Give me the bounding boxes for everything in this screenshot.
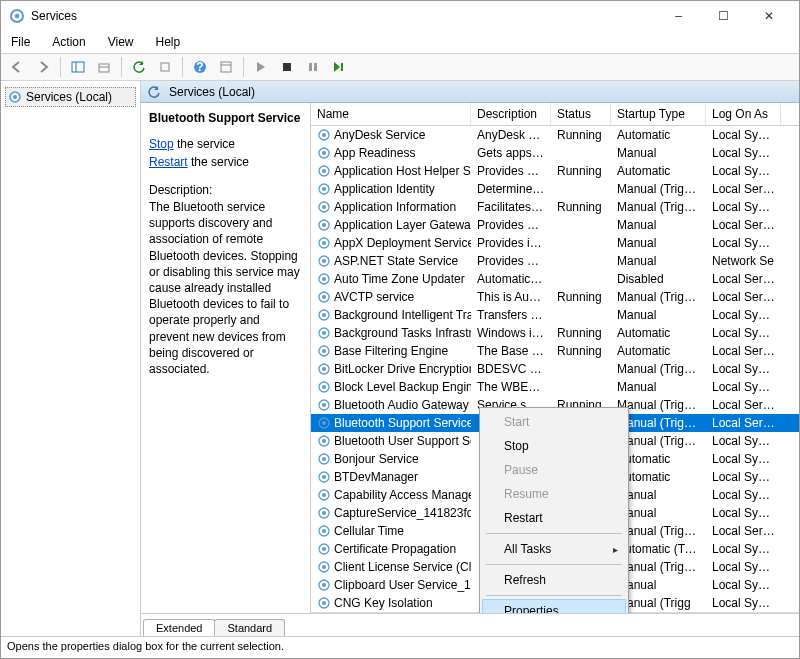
table-row[interactable]: Block Level Backup Engine S…The WBENGI…M… [311,378,799,396]
ctx-properties[interactable]: Properties [482,599,626,613]
svc-logon: Network Se [706,253,781,269]
svg-point-32 [322,259,326,263]
ctx-restart[interactable]: Restart [482,506,626,530]
properties-button[interactable] [214,55,238,79]
svg-point-38 [322,313,326,317]
svc-logon: Local Syster [706,163,781,179]
svc-name: Bluetooth User Support Serv [334,434,471,448]
svc-desc: Facilitates th… [471,199,551,215]
back-button[interactable] [5,55,29,79]
col-logon[interactable]: Log On As [706,103,781,125]
svc-name: Application Host Helper Serv… [334,164,471,178]
restart-service-button[interactable] [327,55,351,79]
table-row[interactable]: Background Intelligent Tran…Transfers fi… [311,306,799,324]
help-button[interactable]: ? [188,55,212,79]
svc-desc: Provides infr… [471,235,551,251]
restart-link[interactable]: Restart [149,155,188,169]
start-service-button[interactable] [249,55,273,79]
svc-desc: Provides sup… [471,253,551,269]
table-row[interactable]: Application Host Helper Serv…Provides ad… [311,162,799,180]
table-row[interactable]: Application IdentityDetermines …Manual (… [311,180,799,198]
refresh-button[interactable] [127,55,151,79]
svc-status [551,260,611,262]
table-row[interactable]: ASP.NET State ServiceProvides sup…Manual… [311,252,799,270]
svc-status [551,368,611,370]
title-bar: Services – ☐ ✕ [1,1,799,31]
refresh-icon[interactable] [147,85,161,99]
ctx-stop[interactable]: Stop [482,434,626,458]
stop-service-button[interactable] [275,55,299,79]
ctx-pause[interactable]: Pause [482,458,626,482]
maximize-button[interactable]: ☐ [701,2,746,30]
svg-rect-6 [161,63,169,71]
right-pane-header: Services (Local) [141,81,799,103]
svc-startup: Manual [611,145,706,161]
table-row[interactable]: App ReadinessGets apps re…ManualLocal Sy… [311,144,799,162]
svc-logon: Local Servic [706,343,781,359]
menu-help[interactable]: Help [152,33,185,51]
svg-point-52 [322,439,326,443]
svg-point-24 [322,187,326,191]
stop-link[interactable]: Stop [149,137,174,151]
svc-status [551,386,611,388]
table-row[interactable]: Application Layer Gateway S…Provides sup… [311,216,799,234]
toolbar: ? [1,53,799,81]
svc-logon: Local Syster [706,541,781,557]
svc-desc: BDESVC hos… [471,361,551,377]
export-list-button[interactable] [92,55,116,79]
svc-name: Application Identity [334,182,435,196]
svg-point-20 [322,151,326,155]
col-name[interactable]: Name [311,103,471,125]
svc-name: ASP.NET State Service [334,254,458,268]
ctx-all-tasks[interactable]: All Tasks [482,537,626,561]
svc-name: Capability Access Manager S [334,488,471,502]
ctx-start[interactable]: Start [482,410,626,434]
pause-service-button[interactable] [301,55,325,79]
right-pane: Services (Local) Bluetooth Support Servi… [141,81,799,636]
svc-status [551,224,611,226]
ctx-refresh[interactable]: Refresh [482,568,626,592]
tree-item-services-local[interactable]: Services (Local) [5,87,136,107]
svg-point-40 [322,331,326,335]
svg-text:?: ? [196,60,203,74]
ctx-resume[interactable]: Resume [482,482,626,506]
svc-logon: Local Syster [706,505,781,521]
table-row[interactable]: Application InformationFacilitates th…Ru… [311,198,799,216]
forward-button[interactable] [31,55,55,79]
menu-view[interactable]: View [104,33,138,51]
menu-action[interactable]: Action [48,33,89,51]
gear-icon [317,218,331,232]
tab-extended[interactable]: Extended [143,619,215,636]
gear-icon [317,596,331,610]
svg-point-16 [13,95,17,99]
table-row[interactable]: AppX Deployment Service (A…Provides infr… [311,234,799,252]
svg-point-1 [15,14,20,19]
svg-point-60 [322,511,326,515]
svc-logon: Local Syster [706,451,781,467]
table-row[interactable]: BitLocker Drive Encryption S…BDESVC hos…… [311,360,799,378]
table-row[interactable]: Auto Time Zone UpdaterAutomaticall…Disab… [311,270,799,288]
svc-name: Bonjour Service [334,452,419,466]
show-hide-tree-button[interactable] [66,55,90,79]
gear-icon [317,524,331,538]
svc-name: BitLocker Drive Encryption S… [334,362,471,376]
export-button[interactable] [153,55,177,79]
svg-rect-12 [309,63,312,71]
close-button[interactable]: ✕ [746,2,791,30]
table-row[interactable]: AVCTP serviceThis is Audio…RunningManual… [311,288,799,306]
col-description[interactable]: Description [471,103,551,125]
svg-point-36 [322,295,326,299]
table-row[interactable]: Base Filtering EngineThe Base Filt…Runni… [311,342,799,360]
svg-point-50 [322,421,326,425]
col-status[interactable]: Status [551,103,611,125]
svc-name: AppX Deployment Service (A… [334,236,471,250]
svc-logon: Local Syster [706,577,781,593]
minimize-button[interactable]: – [656,2,701,30]
menu-file[interactable]: File [7,33,34,51]
table-row[interactable]: AnyDesk ServiceAnyDesk su…RunningAutomat… [311,126,799,144]
tab-standard[interactable]: Standard [214,619,285,636]
col-startup[interactable]: Startup Type [611,103,706,125]
table-row[interactable]: Background Tasks Infrastruc…Windows inf…… [311,324,799,342]
svc-name: CaptureService_141823fd [334,506,471,520]
svc-logon: Local Syster [706,235,781,251]
